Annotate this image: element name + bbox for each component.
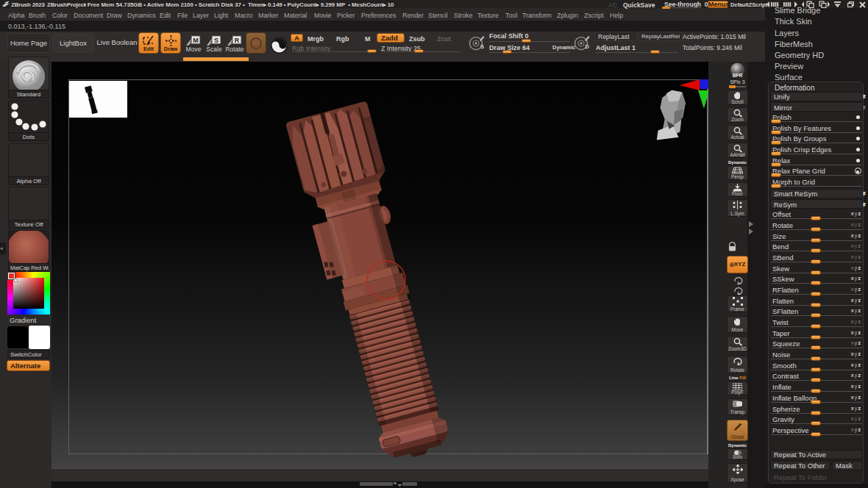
svg-text:S: S bbox=[480, 43, 484, 50]
svg-text:D: D bbox=[586, 43, 590, 50]
svg-text:R: R bbox=[235, 37, 240, 44]
svg-text:M: M bbox=[193, 37, 199, 44]
svg-text:S: S bbox=[214, 37, 218, 44]
